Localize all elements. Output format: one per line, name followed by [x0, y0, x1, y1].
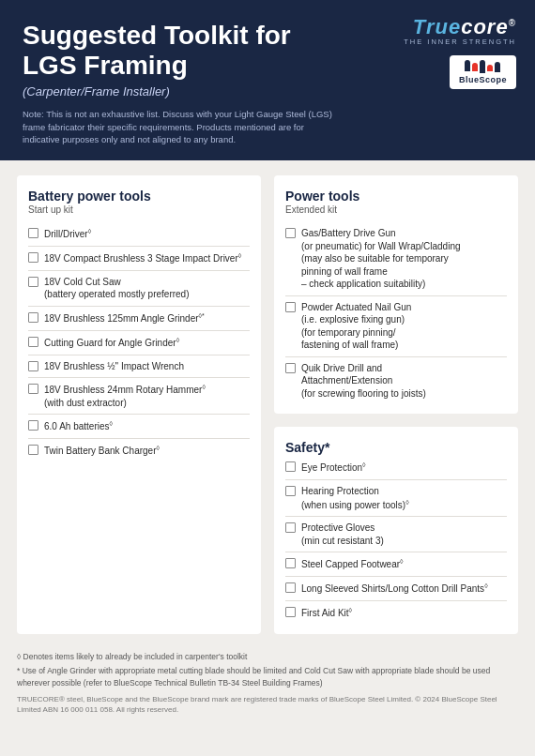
- safety-item-list: Eye Protection◊ Hearing Protection(when …: [285, 456, 507, 625]
- checkbox[interactable]: [28, 252, 38, 263]
- checkbox[interactable]: [285, 461, 296, 472]
- list-item: Twin Battery Bank Charger◊: [28, 438, 250, 462]
- checkbox[interactable]: [28, 384, 38, 394]
- checkbox[interactable]: [285, 302, 296, 312]
- checkbox[interactable]: [285, 607, 296, 617]
- checkbox[interactable]: [28, 277, 38, 287]
- list-item: Gas/Battery Drive Gun(or pneumatic) for …: [285, 222, 507, 295]
- list-item: 18V Brushless 125mm Angle Grinder◊*: [28, 306, 250, 330]
- header: Suggested Toolkit for LGS Framing (Carpe…: [0, 0, 535, 160]
- list-item: Protective Gloves(min cut resistant 3): [285, 516, 507, 552]
- checkbox[interactable]: [28, 312, 38, 323]
- list-item: 18V Brushless ½" Impact Wrench: [28, 355, 250, 378]
- list-item: Steel Capped Footwear◊: [285, 552, 507, 576]
- footnote-1: ◊ Denotes items likely to already be inc…: [17, 651, 518, 662]
- power-item-list: Gas/Battery Drive Gun(or pneumatic) for …: [285, 222, 507, 404]
- list-item: Long Sleeved Shirts/Long Cotton Drill Pa…: [285, 576, 507, 600]
- checkbox[interactable]: [285, 363, 296, 373]
- checkbox[interactable]: [28, 228, 38, 238]
- checkbox[interactable]: [285, 486, 296, 496]
- power-section-subtitle: Extended kit: [285, 204, 507, 215]
- list-item: Eye Protection◊: [285, 456, 507, 479]
- bluescope-badge: BlueScope: [450, 55, 516, 89]
- list-item: Hearing Protection(when using power tool…: [285, 479, 507, 516]
- checkbox[interactable]: [285, 522, 296, 533]
- list-item: 18V Brushless 24mm Rotary Hammer◊(with d…: [28, 377, 250, 414]
- checkbox[interactable]: [285, 228, 296, 238]
- truecore-logo: Truecore® THE INNER STRENGTH: [404, 17, 516, 46]
- battery-section: Battery power tools Start up kit Drill/D…: [17, 175, 261, 634]
- safety-section-title: Safety*: [285, 440, 507, 455]
- legal-text: TRUECORE® steel, BlueScope and the BlueS…: [17, 694, 518, 716]
- power-section-title: Power tools: [285, 189, 507, 204]
- footnote-2: * Use of Angle Grinder with appropriate …: [17, 665, 518, 688]
- checkbox[interactable]: [28, 445, 38, 455]
- list-item: First Aid Kit◊: [285, 600, 507, 625]
- checkbox[interactable]: [28, 361, 38, 371]
- checkbox[interactable]: [28, 337, 38, 347]
- list-item: Cutting Guard for Angle Grinder◊: [28, 330, 250, 355]
- page-title: Suggested Toolkit for LGS Framing: [23, 21, 342, 81]
- battery-section-subtitle: Start up kit: [28, 204, 250, 215]
- checkbox[interactable]: [285, 558, 296, 568]
- logo-area: Truecore® THE INNER STRENGTH BlueScope: [404, 17, 516, 89]
- right-column: Power tools Extended kit Gas/Battery Dri…: [274, 175, 518, 634]
- safety-section: Safety* Eye Protection◊ Hearing Protecti…: [274, 427, 518, 634]
- bluescope-wave-icon: [465, 60, 500, 73]
- truecore-name: Truecore®: [404, 17, 516, 38]
- checkbox[interactable]: [28, 420, 38, 431]
- list-item: Powder Actuated Nail Gun(i.e. explosive …: [285, 295, 507, 356]
- bluescope-label: BlueScope: [459, 75, 507, 84]
- checkbox[interactable]: [285, 582, 296, 593]
- main-content: Battery power tools Start up kit Drill/D…: [0, 160, 535, 643]
- list-item: 18V Cold Cut Saw(battery operated mostly…: [28, 270, 250, 306]
- list-item: 18V Compact Brushless 3 Stage Impact Dri…: [28, 246, 250, 270]
- footnotes: ◊ Denotes items likely to already be inc…: [0, 643, 535, 730]
- power-section: Power tools Extended kit Gas/Battery Dri…: [274, 175, 518, 414]
- battery-item-list: Drill/Driver◊ 18V Compact Brushless 3 St…: [28, 222, 250, 462]
- truecore-tagline: THE INNER STRENGTH: [404, 38, 516, 46]
- battery-section-title: Battery power tools: [28, 189, 250, 204]
- list-item: Drill/Driver◊: [28, 222, 250, 246]
- list-item: Quik Drive Drill andAttachment/Extension…: [285, 356, 507, 405]
- header-note: Note: This is not an exhaustive list. Di…: [23, 108, 342, 145]
- list-item: 6.0 Ah batteries◊: [28, 414, 250, 438]
